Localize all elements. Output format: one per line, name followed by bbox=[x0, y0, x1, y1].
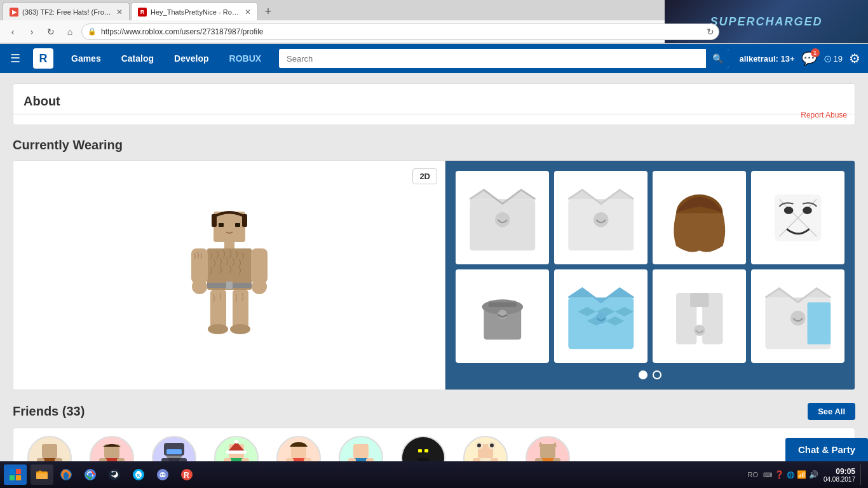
pagination-dots bbox=[456, 370, 844, 379]
tab-favicon-1: ▶ bbox=[10, 8, 18, 17]
wearing-title: Currently Wearing bbox=[13, 138, 855, 152]
svg-point-19 bbox=[495, 212, 510, 227]
nav-games[interactable]: Games bbox=[64, 51, 109, 66]
svg-point-15 bbox=[208, 324, 228, 334]
item-4[interactable] bbox=[751, 171, 844, 264]
address-refresh-icon[interactable]: ↻ bbox=[707, 27, 714, 37]
roblox-logo[interactable]: R bbox=[33, 48, 53, 69]
svg-text:S: S bbox=[137, 473, 140, 478]
hamburger-menu-icon[interactable]: ☰ bbox=[8, 49, 23, 68]
keyboard-icon: ⌨ bbox=[763, 471, 772, 478]
svg-rect-88 bbox=[424, 449, 428, 452]
messages-icon[interactable]: 💬 1 bbox=[801, 51, 817, 66]
svg-point-119 bbox=[161, 474, 163, 476]
friends-header: Friends (33) See All bbox=[13, 403, 855, 420]
nav-catalog[interactable]: Catalog bbox=[114, 51, 161, 66]
svg-point-93 bbox=[490, 444, 494, 447]
item-2[interactable] bbox=[554, 171, 648, 264]
taskbar-firefox-icon[interactable] bbox=[55, 464, 78, 485]
nav-robux[interactable]: ROBUX bbox=[222, 51, 269, 66]
language-icon: 🌐 bbox=[787, 471, 794, 478]
tab-favicon-2: R bbox=[138, 8, 147, 17]
home-button[interactable]: ⌂ bbox=[62, 24, 78, 39]
tab-title-1: (363) TF2: Free Hats! (From S... bbox=[22, 8, 112, 16]
chat-party-label: Chat & Party bbox=[798, 444, 855, 455]
pagination-dot-2[interactable] bbox=[653, 370, 661, 379]
robux-display[interactable]: ⊙ 19 bbox=[824, 53, 843, 65]
question-icon: ❓ bbox=[775, 470, 784, 479]
svg-point-37 bbox=[694, 325, 705, 336]
svg-rect-1 bbox=[212, 214, 217, 227]
search-input[interactable] bbox=[279, 49, 729, 68]
svg-point-63 bbox=[234, 440, 238, 444]
taskbar-chrome-icon[interactable] bbox=[79, 464, 102, 485]
taskbar-locale: RO bbox=[747, 471, 758, 478]
svg-point-120 bbox=[163, 474, 165, 476]
svg-point-12 bbox=[252, 279, 267, 294]
settings-icon[interactable]: ⚙ bbox=[849, 51, 860, 66]
svg-point-16 bbox=[230, 324, 250, 334]
item-5[interactable] bbox=[456, 269, 549, 363]
robux-icon: ⊙ bbox=[824, 53, 832, 65]
svg-rect-3 bbox=[219, 223, 224, 227]
svg-point-33 bbox=[595, 313, 607, 324]
taskbar-roblox-icon[interactable]: R bbox=[175, 464, 198, 485]
svg-rect-107 bbox=[10, 475, 15, 480]
svg-point-26 bbox=[783, 207, 793, 214]
reload-button[interactable]: ↻ bbox=[43, 24, 58, 39]
address-wrapper: 🔒 ↻ bbox=[81, 24, 719, 40]
taskbar-date: 04.08.2017 bbox=[824, 476, 855, 483]
wearing-container: 2D bbox=[13, 160, 855, 390]
back-button[interactable]: ‹ bbox=[5, 24, 20, 39]
taskbar-skype-icon[interactable]: S bbox=[127, 464, 150, 485]
tab-close-2[interactable]: ✕ bbox=[245, 8, 251, 17]
browser-tab-1[interactable]: ▶ (363) TF2: Free Hats! (From S... ✕ bbox=[3, 3, 130, 20]
nav-right: aliketraul: 13+ 💬 1 ⊙ 19 ⚙ bbox=[739, 51, 860, 66]
taskbar-right: RO ⌨ ❓ 🌐 📶 🔊 09:05 04.08.2017 bbox=[747, 464, 864, 485]
svg-point-40 bbox=[790, 311, 806, 326]
pagination-dot-1[interactable] bbox=[639, 370, 648, 379]
nav-develop[interactable]: Develop bbox=[166, 51, 216, 66]
svg-rect-2 bbox=[242, 214, 247, 227]
svg-point-21 bbox=[593, 212, 609, 227]
svg-rect-10 bbox=[251, 248, 268, 283]
show-desktop-button[interactable] bbox=[860, 464, 864, 485]
svg-rect-62 bbox=[226, 451, 247, 454]
forward-button[interactable]: › bbox=[24, 24, 39, 39]
taskbar-steam-icon[interactable] bbox=[103, 464, 126, 485]
address-input[interactable] bbox=[81, 24, 719, 40]
robux-amount: 19 bbox=[834, 54, 843, 64]
view-2d-button[interactable]: 2D bbox=[412, 168, 437, 184]
about-section: About Report Abuse bbox=[13, 83, 855, 125]
new-tab-button[interactable]: + bbox=[259, 3, 277, 20]
tab-bar: ▶ (363) TF2: Free Hats! (From S... ✕ R H… bbox=[0, 0, 868, 20]
svg-rect-8 bbox=[226, 281, 233, 289]
search-submit-button[interactable]: 🔍 bbox=[706, 49, 729, 68]
svg-rect-31 bbox=[488, 302, 516, 306]
supercharged-text: SUPERCHARGED bbox=[710, 15, 822, 29]
item-1[interactable] bbox=[456, 171, 549, 264]
svg-text:R: R bbox=[184, 471, 189, 480]
items-panel bbox=[445, 161, 855, 390]
browser-tab-2[interactable]: R Hey_ThatsPrettyNice - Robl... ✕ bbox=[131, 3, 258, 20]
item-3[interactable] bbox=[653, 171, 746, 264]
avatar-figure bbox=[179, 205, 280, 345]
svg-rect-106 bbox=[16, 469, 21, 474]
item-7[interactable] bbox=[653, 269, 746, 363]
report-abuse-link[interactable]: Report Abuse bbox=[801, 111, 847, 119]
tab-close-1[interactable]: ✕ bbox=[116, 8, 123, 17]
item-8[interactable] bbox=[751, 269, 844, 363]
start-button[interactable] bbox=[4, 464, 27, 485]
roblox-navbar: ☰ R Games Catalog Develop ROBUX 🔍 aliket… bbox=[0, 44, 868, 73]
svg-point-92 bbox=[477, 444, 481, 447]
svg-rect-81 bbox=[416, 444, 431, 458]
svg-rect-0 bbox=[214, 212, 245, 242]
chat-party-bar[interactable]: Chat & Party bbox=[785, 438, 868, 461]
friends-title: Friends (33) bbox=[13, 404, 85, 419]
see-all-button[interactable]: See All bbox=[808, 403, 855, 420]
taskbar-explorer-icon[interactable] bbox=[31, 464, 53, 485]
svg-point-30 bbox=[498, 309, 507, 319]
taskbar-discord-icon[interactable] bbox=[151, 464, 174, 485]
item-6[interactable] bbox=[554, 269, 648, 363]
ssl-lock-icon: 🔒 bbox=[88, 27, 97, 36]
